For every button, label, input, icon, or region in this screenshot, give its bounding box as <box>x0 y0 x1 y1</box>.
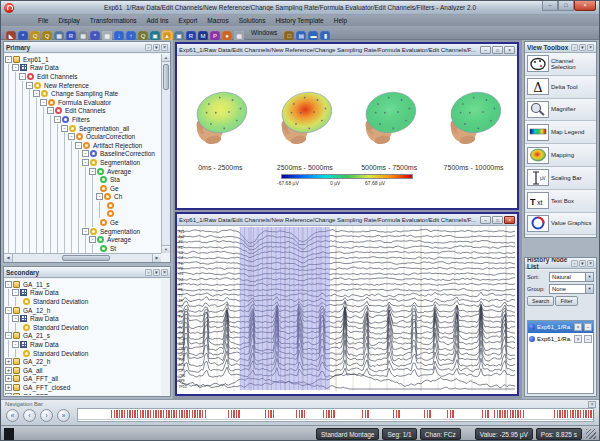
tree-expand-toggle[interactable]: - <box>89 236 96 243</box>
tree-node-standard-deviation[interactable]: Standard Deviation <box>5 349 161 358</box>
mapping-tool-icon[interactable]: ● <box>222 31 232 41</box>
tree-node-segmentation[interactable]: -Segmentation <box>5 158 161 167</box>
tree-node-ga-22-h[interactable]: +GA_22_h <box>5 357 161 366</box>
tree-expand-toggle[interactable]: - <box>26 82 33 89</box>
tree-node-edit-channels[interactable]: -Edit Channels <box>5 107 161 116</box>
tree-expand-toggle[interactable]: - <box>19 73 26 80</box>
tree-expand-toggle[interactable]: - <box>33 90 40 97</box>
layout-icon[interactable]: ▦ <box>234 31 244 41</box>
panel-window-icon[interactable]: ▫ <box>145 269 152 276</box>
toolbox-item-value-graphics[interactable]: Value Graphics <box>525 213 596 236</box>
tree-node-sta[interactable]: Sta <box>5 175 161 184</box>
panel-window-icon[interactable]: ▫ <box>571 44 578 51</box>
tree-expand-toggle[interactable]: - <box>61 125 68 132</box>
panel-close-icon[interactable]: × <box>161 269 168 276</box>
history-node-item[interactable]: Exp61_1/Ra...×– <box>528 321 593 333</box>
mdi-restore-button[interactable]: □ <box>492 216 503 224</box>
primary-horizontal-scrollbar[interactable]: ◀ ▶ <box>4 253 161 262</box>
eeg-window-titlebar[interactable]: Exp61_1/Raw Data/Edit Channels/New Refer… <box>177 214 517 226</box>
tree-node-formula-evaluator[interactable]: -Formula Evaluator <box>5 98 161 107</box>
toolbox-item-mapping[interactable]: Mapping <box>525 144 596 167</box>
eeg-trace-view[interactable]: Fp1Fp2F3F4C3C4P3P4O1O2F7F8T7T8P7P8FzCzPz… <box>177 226 517 393</box>
tree-expand-toggle[interactable]: - <box>82 228 89 235</box>
tree-node-segmentation-all[interactable]: -Segmentation_all <box>5 124 161 133</box>
tree-node-exp61-1[interactable]: -Exp61_1 <box>5 55 161 64</box>
tree-expand-toggle[interactable]: + <box>5 358 12 365</box>
tree-expand-toggle[interactable]: - <box>89 168 96 175</box>
tree-expand-toggle[interactable]: + <box>5 375 12 382</box>
primary-vertical-scrollbar[interactable]: ▲ ▼ <box>161 54 170 253</box>
toolbox-item-map-legend[interactable]: Map Legend <box>525 121 596 144</box>
tree-expand-toggle[interactable]: - <box>75 142 82 149</box>
nav-previous-button[interactable]: ‹ <box>23 409 36 422</box>
toolbox-item-channel-selection[interactable]: Channel Selection <box>525 53 596 76</box>
scroll-up-icon[interactable]: ▲ <box>162 54 170 62</box>
mdi-minimize-button[interactable]: – <box>480 46 491 54</box>
tree-expand-toggle[interactable]: - <box>47 107 54 114</box>
history-node-item[interactable]: Exp61_1/Ra...×– <box>528 333 593 345</box>
map-window-titlebar[interactable]: Exp61_1/Raw Data/Edit Channels/New Refer… <box>177 44 517 56</box>
menu-item-help[interactable]: Help <box>329 17 352 24</box>
scroll-down-icon[interactable]: ▼ <box>162 245 170 253</box>
filter-button[interactable]: Filter <box>555 296 577 306</box>
transform-icon[interactable]: * <box>90 31 100 41</box>
search-icon[interactable]: Q <box>138 31 148 41</box>
search-button[interactable]: Search <box>527 296 554 306</box>
resize-grip[interactable] <box>586 429 596 439</box>
export-window-icon[interactable]: ▣ <box>150 31 160 41</box>
tree-node-raw-data[interactable]: -Raw Data <box>5 314 161 323</box>
tree-node-segmentation[interactable]: -Segmentation <box>5 227 161 236</box>
chevron-down-icon[interactable]: ▼ <box>585 273 593 281</box>
close-node-icon[interactable]: × <box>574 323 582 331</box>
zoom-out-icon[interactable]: Q <box>42 31 52 41</box>
panel-pin-icon[interactable]: ▾ <box>579 44 586 51</box>
mdi-close-button[interactable]: × <box>504 46 515 54</box>
toolbox-item-scaling-bar[interactable]: µVScaling Bar <box>525 167 596 190</box>
windows-menu[interactable]: Windows <box>251 29 277 36</box>
mdi-minimize-button[interactable]: – <box>480 216 491 224</box>
tree-expand-toggle[interactable]: - <box>5 56 12 63</box>
tree-node-st[interactable]: St <box>5 244 161 253</box>
minimize-node-icon[interactable]: – <box>584 335 592 343</box>
toolbox-item-text-box[interactable]: TxtText Box <box>525 190 596 213</box>
tile-horizontal-icon[interactable]: ▬ <box>308 31 318 41</box>
chevron-down-icon[interactable]: ▼ <box>585 285 593 293</box>
new-window-icon[interactable]: □ <box>284 31 294 41</box>
tree-expand-toggle[interactable]: - <box>12 64 19 71</box>
group-dropdown[interactable]: None ▼ <box>549 284 594 294</box>
tree-node-standard-deviation[interactable]: Standard Deviation <box>5 323 161 332</box>
tree-node-ga-21-s[interactable]: -GA_21_s <box>5 332 161 341</box>
tree-expand-toggle[interactable]: + <box>5 384 12 391</box>
tree-node-ga-fft-all[interactable]: +GA_FFT_all <box>5 375 161 384</box>
r-format-icon[interactable]: R <box>66 31 76 41</box>
tree-node-ge[interactable]: Ge <box>5 218 161 227</box>
tree-node-ga-12-h[interactable]: -GA_12_h <box>5 306 161 315</box>
tree-expand-toggle[interactable]: - <box>82 159 89 166</box>
tree-expand-toggle[interactable]: - <box>68 133 75 140</box>
tree-node-raw-data[interactable]: -Raw Data <box>5 289 161 298</box>
navigation-bar-close-icon[interactable]: × <box>588 401 596 408</box>
tree-node-ge[interactable]: Ge <box>5 184 161 193</box>
panel-pin-icon[interactable]: ▾ <box>579 260 586 267</box>
workspace-icon[interactable]: * <box>18 31 28 41</box>
grid-icon[interactable]: ▦ <box>78 31 88 41</box>
panel-pin-icon[interactable]: ▾ <box>153 44 160 51</box>
tree-node-raw-data[interactable]: -Raw Data <box>5 340 161 349</box>
tree-node-ch[interactable]: -Ch <box>5 193 161 202</box>
arrow-up-icon[interactable]: ↑ <box>126 31 136 41</box>
tree-node-baselinecorrection[interactable]: -BaselineCorrection <box>5 150 161 159</box>
calendar-icon[interactable]: ▦ <box>54 31 64 41</box>
app-logo-icon[interactable] <box>4 3 14 13</box>
zoom-in-icon[interactable]: Q <box>30 31 40 41</box>
window-list-icon[interactable]: ▣ <box>174 31 184 41</box>
tree-node-filters[interactable]: -Filters <box>5 115 161 124</box>
tree-expand-toggle[interactable]: - <box>5 307 12 314</box>
mdi-close-button[interactable]: × <box>504 216 515 224</box>
maximize-button[interactable]: □ <box>558 1 574 11</box>
close-button[interactable]: × <box>574 1 596 11</box>
tree-expand-toggle[interactable]: + <box>5 393 12 395</box>
tree-node-artifact-rejection[interactable]: -Artifact Rejection <box>5 141 161 150</box>
tree-node-raw-data[interactable]: -Raw Data <box>5 64 161 73</box>
tree-expand-toggle[interactable]: - <box>12 289 19 296</box>
tree-expand-toggle[interactable]: - <box>12 341 19 348</box>
